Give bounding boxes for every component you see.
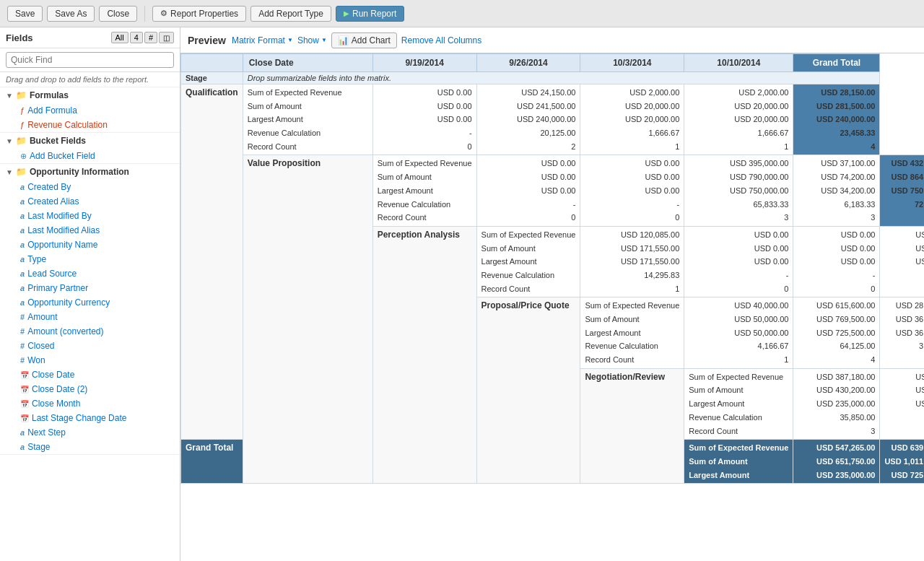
sidebar-item-close-date-2[interactable]: 📅Close Date (2): [0, 382, 180, 396]
filter-4-btn[interactable]: 4: [130, 32, 143, 43]
a-icon: a: [20, 428, 25, 437]
sidebar-item-won[interactable]: #Won: [0, 353, 180, 368]
sidebar-search-area: [0, 48, 180, 72]
filter-hash-btn[interactable]: #: [144, 32, 157, 43]
report-table: Close Date 9/19/2014 9/26/2014 10/3/2014…: [180, 53, 924, 484]
stage-cell: Qualification: [181, 84, 243, 440]
matrix-format-dropdown[interactable]: Matrix Format ▼: [232, 35, 293, 45]
show-dropdown[interactable]: Show ▼: [297, 35, 327, 45]
metric-labels-cell: Sum of Expected RevenueSum of AmountLarg…: [243, 84, 372, 155]
sidebar-item-created-by[interactable]: aCreated By: [0, 180, 180, 194]
data-cell: USD 40,000.00USD 50,000.00USD 50,000.004…: [684, 297, 793, 368]
grand-total-label-cell: Sum of Expected RevenueSum of AmountLarg…: [684, 440, 793, 484]
hash-icon: #: [20, 342, 25, 350]
report-area[interactable]: Close Date 9/19/2014 9/26/2014 10/3/2014…: [180, 53, 924, 561]
add-chart-button[interactable]: 📊 Add Chart: [331, 32, 397, 48]
data-cell: USD 615,600.00USD 769,500.00USD 725,500.…: [793, 297, 880, 368]
data-cell: USD 387,180.00USD 430,200.00USD 235,000.…: [793, 368, 880, 439]
data-cell: USD 0.00USD 0.00USD 0.00-0: [476, 155, 580, 226]
formula-active-icon: ƒ: [20, 121, 25, 129]
sidebar-section-formulas: ▼ 📁 Formulas ƒ Add Formula ƒ Revenue Cal…: [0, 87, 180, 133]
add-formula-item[interactable]: ƒ Add Formula: [0, 103, 180, 118]
table-subheader-row: Stage Drop summarizable fields into the …: [181, 72, 925, 84]
sidebar-item-closed[interactable]: #Closed: [0, 339, 180, 353]
data-cell: USD 0.00USD 0.00USD 0.00-0: [880, 368, 924, 439]
sidebar-item-type[interactable]: aType: [0, 252, 180, 266]
a-icon: a: [20, 269, 25, 278]
hash-icon: #: [20, 327, 25, 336]
revenue-calculation-item[interactable]: ƒ Revenue Calculation: [0, 118, 180, 132]
a-icon: a: [20, 226, 25, 235]
add-report-type-button[interactable]: Add Report Type: [250, 6, 331, 22]
sidebar-item-opportunity-name[interactable]: aOpportunity Name: [0, 238, 180, 252]
sidebar: Fields All 4 # ◫ Drag and drop to add fi…: [0, 27, 180, 561]
opportunity-info-section-header[interactable]: ▼ 📁 Opportunity Information: [0, 164, 180, 180]
preview-controls: Matrix Format ▼ Show ▼ 📊 Add Chart Remov…: [232, 32, 481, 48]
stage-cell: Value Proposition: [243, 155, 372, 484]
data-cell: USD 0.00USD 0.00USD 0.00-0: [684, 226, 793, 297]
sidebar-hint: Drag and drop to add fields to the repor…: [0, 72, 180, 87]
run-report-button[interactable]: ▶ Run Report: [336, 6, 404, 22]
sidebar-section-opportunity-info: ▼ 📁 Opportunity Information aCreated By …: [0, 164, 180, 455]
col-header-date3: 10/3/2014: [580, 54, 684, 72]
a-icon: a: [20, 183, 25, 191]
drop-hint: Drop summarizable fields into the matrix…: [243, 72, 880, 84]
save-as-button[interactable]: Save As: [47, 6, 95, 22]
data-cell: USD 2,000.00USD 20,000.00USD 20,000.001,…: [580, 84, 684, 155]
toolbar: Save Save As Close ⚙ Report Properties A…: [0, 0, 924, 27]
add-bucket-field-item[interactable]: ⊕ Add Bucket Field: [0, 149, 180, 163]
run-icon: ▶: [344, 9, 349, 17]
expand-icon-bucket: ▼: [6, 137, 13, 145]
sidebar-section-bucket-fields: ▼ 📁 Bucket Fields ⊕ Add Bucket Field: [0, 133, 180, 164]
sidebar-item-next-step[interactable]: aNext Step: [0, 425, 180, 440]
a-icon: a: [20, 197, 25, 206]
grand-total-stage-cell: Grand Total: [181, 440, 243, 484]
data-cell: USD 120,085.00USD 171,550.00USD 171,550.…: [580, 226, 684, 297]
close-button[interactable]: Close: [99, 6, 137, 22]
metric-labels-cell: Sum of Expected RevenueSum of AmountLarg…: [684, 368, 793, 439]
search-input[interactable]: [6, 52, 174, 68]
content-area: Preview Matrix Format ▼ Show ▼ 📊 Add Cha…: [180, 27, 924, 561]
remove-all-columns-button[interactable]: Remove All Columns: [401, 35, 481, 45]
cal-icon: 📅: [20, 414, 29, 422]
metric-labels-cell: Sum of Expected RevenueSum of AmountLarg…: [476, 226, 580, 297]
sidebar-item-close-date[interactable]: 📅Close Date: [0, 368, 180, 382]
sidebar-item-stage[interactable]: aStage: [0, 440, 180, 454]
sidebar-item-last-modified-by[interactable]: aLast Modified By: [0, 209, 180, 223]
stage-cell: Negotiation/Review: [580, 368, 684, 484]
a-icon: a: [20, 212, 25, 220]
sidebar-item-lead-source[interactable]: aLead Source: [0, 266, 180, 281]
a-icon: a: [20, 255, 25, 264]
caret-icon: ▼: [287, 37, 293, 43]
formulas-section-header[interactable]: ▼ 📁 Formulas: [0, 87, 180, 103]
a-icon: a: [20, 284, 25, 292]
table-row: Value PropositionSum of Expected Revenue…: [181, 155, 925, 226]
sidebar-item-last-modified-alias[interactable]: aLast Modified Alias: [0, 223, 180, 238]
report-properties-button[interactable]: ⚙ Report Properties: [152, 6, 246, 22]
filter-all-btn[interactable]: All: [111, 32, 128, 43]
sidebar-item-opportunity-currency[interactable]: aOpportunity Currency: [0, 295, 180, 310]
metric-labels-cell: Sum of Expected RevenueSum of AmountLarg…: [372, 155, 476, 226]
folder-icon-opp: 📁: [16, 167, 27, 177]
sidebar-item-amount-converted[interactable]: #Amount (converted): [0, 324, 180, 339]
cal-icon: 📅: [20, 400, 29, 408]
sidebar-item-primary-partner[interactable]: aPrimary Partner: [0, 281, 180, 295]
sidebar-item-last-stage-change-date[interactable]: 📅Last Stage Change Date: [0, 411, 180, 425]
col-header-grand-total: Grand Total: [793, 54, 880, 72]
sidebar-item-created-alias[interactable]: aCreated Alias: [0, 194, 180, 209]
bucket-fields-section-header[interactable]: ▼ 📁 Bucket Fields: [0, 133, 180, 149]
cal-icon: 📅: [20, 386, 29, 393]
hash-icon: #: [20, 356, 25, 365]
filter-cal-btn[interactable]: ◫: [159, 32, 174, 43]
main-layout: Fields All 4 # ◫ Drag and drop to add fi…: [0, 27, 924, 561]
col-header-close-date: Close Date: [243, 54, 372, 72]
col-header-stage: [181, 54, 243, 72]
save-button[interactable]: Save: [7, 6, 43, 22]
expand-icon: ▼: [6, 92, 13, 100]
sidebar-item-amount[interactable]: #Amount: [0, 310, 180, 324]
stage-cell: Proposal/Price Quote: [476, 297, 580, 484]
bucket-fields-title: Bucket Fields: [30, 136, 86, 146]
sidebar-item-close-month[interactable]: 📅Close Month: [0, 396, 180, 411]
formulas-title: Formulas: [30, 90, 69, 100]
table-header-row: Close Date 9/19/2014 9/26/2014 10/3/2014…: [181, 54, 925, 72]
